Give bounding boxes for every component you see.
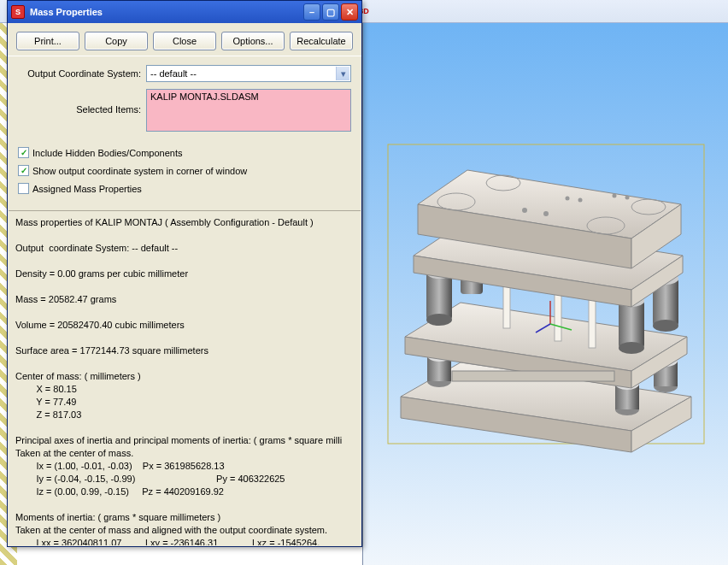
results-com-z: Z = 817.03 xyxy=(15,409,81,420)
results-pane[interactable]: Mass properties of KALIP MONTAJ ( Assemb… xyxy=(9,210,361,545)
svg-point-33 xyxy=(543,211,549,216)
dialog-form: Output Coordinate System: -- default -- … xyxy=(8,56,361,144)
close-dialog-button[interactable]: Close xyxy=(153,32,216,50)
results-surface: Surface area = 1772144.73 square millime… xyxy=(15,345,208,356)
results-mi-taken: Taken at the center of mass and aligned … xyxy=(15,525,327,535)
results-pa-iy: Iy = (-0.04, -0.15, -0.99) Py = 40632262… xyxy=(15,474,285,484)
results-header: Mass properties of KALIP MONTAJ ( Assemb… xyxy=(15,217,314,227)
results-com-header: Center of mass: ( millimeters ) xyxy=(15,371,141,381)
output-coord-value: -- default -- xyxy=(150,68,197,79)
svg-point-34 xyxy=(565,197,569,201)
show-coord-checkbox[interactable]: ✓ xyxy=(18,165,29,176)
results-volume: Volume = 20582470.40 cubic millimeters xyxy=(15,320,185,330)
close-button[interactable]: ✕ xyxy=(341,3,358,21)
svg-point-35 xyxy=(578,198,582,203)
results-pa-iz: Iz = (0.00, 0.99, -0.15) Pz = 440209169.… xyxy=(15,486,224,497)
mass-properties-dialog: S Mass Properties – ▢ ✕ Print... Copy Cl… xyxy=(7,0,362,547)
selected-items-label: Selected Items: xyxy=(18,89,146,115)
results-pa-header: Principal axes of inertia and principal … xyxy=(15,435,342,445)
svg-rect-13 xyxy=(452,371,614,381)
include-hidden-checkbox[interactable]: ✓ xyxy=(18,147,29,158)
dialog-title: Mass Properties xyxy=(30,7,103,17)
dialog-titlebar[interactable]: S Mass Properties – ▢ ✕ xyxy=(8,1,361,23)
svg-point-37 xyxy=(625,196,629,200)
output-coord-combo[interactable]: -- default -- ▾ xyxy=(146,65,351,82)
results-pa-ix: Ix = (1.00, -0.01, -0.03) Px = 361985628… xyxy=(15,461,225,471)
maximize-button[interactable]: ▢ xyxy=(322,3,339,21)
output-coord-label: Output Coordinate System: xyxy=(18,68,146,79)
svg-rect-17 xyxy=(619,301,644,348)
assigned-mass-checkbox[interactable] xyxy=(18,183,29,194)
print-button[interactable]: Print... xyxy=(16,32,79,50)
copy-button[interactable]: Copy xyxy=(85,32,148,50)
recalculate-button[interactable]: Recalculate xyxy=(290,32,353,50)
results-com-x: X = 80.15 xyxy=(15,384,77,394)
assigned-mass-label: Assigned Mass Properties xyxy=(32,184,142,194)
selected-items-list[interactable]: KALIP MONTAJ.SLDASM xyxy=(146,89,351,132)
results-mi-header: Moments of inertia: ( grams * square mil… xyxy=(15,512,220,522)
show-coord-label: Show output coordinate system in corner … xyxy=(32,166,247,176)
results-mass: Mass = 20582.47 grams xyxy=(15,294,116,304)
results-outcoord: Output coordinate System: -- default -- xyxy=(15,243,178,253)
results-mi-l1: Lxx = 362040811.07 Lxy = -236146.31 Lxz … xyxy=(15,538,320,545)
results-com-y: Y = 77.49 xyxy=(15,397,76,407)
svg-point-36 xyxy=(612,194,616,198)
svg-point-19 xyxy=(619,342,644,354)
selected-item: KALIP MONTAJ.SLDASM xyxy=(150,91,259,102)
svg-point-16 xyxy=(426,314,452,326)
svg-rect-14 xyxy=(426,273,452,320)
3d-viewport[interactable] xyxy=(362,23,728,565)
options-button[interactable]: Options... xyxy=(221,32,285,50)
minimize-button[interactable]: – xyxy=(303,3,320,21)
chevron-down-icon[interactable]: ▾ xyxy=(336,67,349,80)
include-hidden-label: Include Hidden Bodies/Components xyxy=(32,148,183,158)
svg-point-22 xyxy=(653,320,678,332)
results-density: Density = 0.00 grams per cubic millimete… xyxy=(15,268,188,279)
app-logo-icon: S xyxy=(11,5,25,19)
dialog-button-row: Print... Copy Close Options... Recalcula… xyxy=(8,23,361,56)
svg-point-32 xyxy=(522,208,527,213)
results-pa-taken: Taken at the center of mass. xyxy=(15,448,133,458)
model-render xyxy=(375,115,717,474)
